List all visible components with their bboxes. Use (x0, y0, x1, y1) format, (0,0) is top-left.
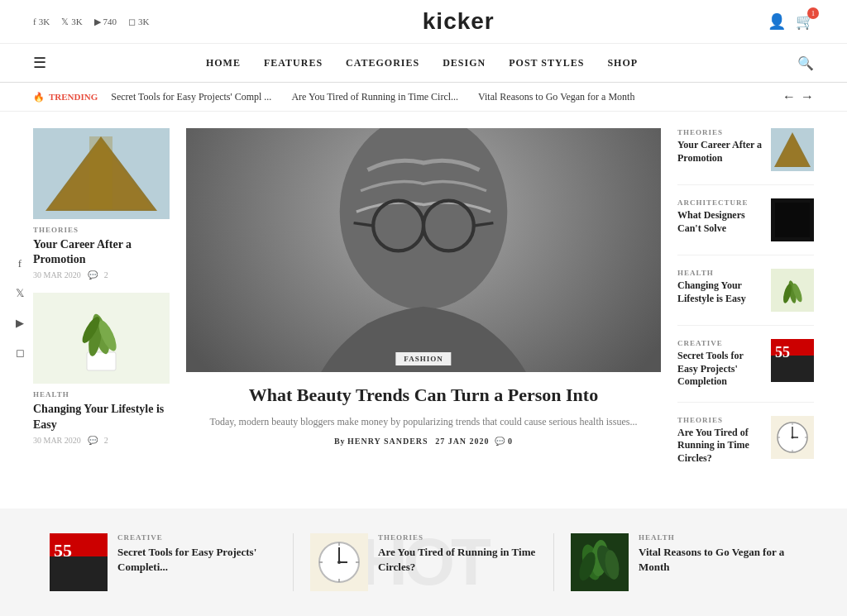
search-icon[interactable]: 🔍 (797, 55, 814, 71)
trending-prev[interactable]: ← (782, 89, 796, 104)
right-article-1: ARCHITECTURE What Designers Can't Solve (677, 198, 814, 255)
right-article-4-thumb[interactable] (771, 416, 814, 459)
left-article-1: HEALTH Changing Your Lifestyle is Easy 3… (33, 293, 170, 444)
nav-bar: ☰ HOME FEATURES CATEGORIES DESIGN POST S… (0, 44, 847, 83)
instagram-count-label: 3K (138, 17, 149, 26)
right-article-0: THEORIES Your Career After a Promotion (677, 128, 814, 185)
trending-label: 🔥 TRENDING (33, 92, 98, 103)
social-sidebar: f 𝕏 ▶ ◻ (10, 254, 30, 363)
feature-badge: FASHION (395, 352, 451, 365)
youtube-count-label: 740 (103, 17, 117, 26)
bottom-card-1-thumb[interactable] (310, 533, 368, 591)
author-name[interactable]: HENRY SANDERS (347, 437, 428, 446)
facebook-count[interactable]: f 3K (33, 17, 50, 26)
twitter-sidebar-icon[interactable]: 𝕏 (10, 284, 30, 303)
nav-home[interactable]: HOME (206, 57, 241, 69)
left-article-0-thumb[interactable] (33, 128, 170, 219)
bottom-card-0-cat: CREATIVE (117, 533, 276, 542)
top-bar: f 3K 𝕏 3K ▶ 740 ◻ 3K kicker 👤 🛒 1 (0, 0, 847, 44)
right-article-2: HEALTH Changing Your Lifestyle is Easy (677, 269, 814, 326)
right-article-3-thumb[interactable]: 55 (771, 339, 814, 382)
bottom-card-0-content: CREATIVE Secret Tools for Easy Projects'… (117, 533, 276, 575)
left-article-0-title[interactable]: Your Career After a Promotion (33, 237, 170, 267)
author-by: By (334, 437, 346, 446)
trending-nav: ← → (782, 89, 814, 104)
bottom-card-1-content: THEORIES Are You Tired of Running in Tim… (378, 533, 537, 575)
right-article-2-thumb[interactable] (771, 269, 814, 312)
nav-post-styles[interactable]: POST STYLES (509, 57, 584, 69)
left-article-1-title[interactable]: Changing Your Lifestyle is Easy (33, 402, 170, 432)
bottom-card-0-thumb[interactable]: 55 (50, 533, 108, 591)
right-article-4-content: THEORIES Are You Tired of Running in Tim… (677, 416, 764, 466)
site-title[interactable]: kicker (423, 8, 495, 35)
svg-rect-41 (50, 556, 108, 591)
bottom-card-0: 55 CREATIVE Secret Tools for Easy Projec… (33, 533, 293, 591)
trending-bar: 🔥 TRENDING Secret Tools for Easy Project… (0, 83, 847, 112)
left-column: THEORIES Your Career After a Promotion 3… (33, 128, 170, 492)
feature-image[interactable]: FASHION (186, 128, 661, 372)
right-article-1-title[interactable]: What Designers Can't Solve (677, 209, 764, 235)
youtube-count[interactable]: ▶ 740 (94, 17, 117, 27)
right-article-0-thumb[interactable] (771, 128, 814, 171)
nav-design[interactable]: DESIGN (443, 57, 486, 69)
bottom-card-1-title[interactable]: Are You Tired of Running in Time Circles… (378, 545, 537, 575)
right-article-0-content: THEORIES Your Career After a Promotion (677, 128, 764, 165)
right-article-1-thumb[interactable] (771, 198, 814, 241)
right-article-3-content: CREATIVE Secret Tools for Easy Projects'… (677, 339, 764, 389)
trending-next[interactable]: → (801, 89, 814, 104)
hamburger-menu[interactable]: ☰ (33, 54, 46, 72)
nav-categories[interactable]: CATEGORIES (346, 57, 419, 69)
bottom-card-2-thumb[interactable] (571, 533, 629, 591)
right-article-0-title[interactable]: Your Career After a Promotion (677, 139, 764, 165)
comment-icon-0: 💬 (88, 270, 98, 279)
right-article-4-title[interactable]: Are You Tired of Running in Time Circles… (677, 427, 764, 466)
bottom-card-1-cat: THEORIES (378, 533, 537, 542)
left-article-1-category: HEALTH (33, 390, 170, 399)
left-article-1-meta: 30 MAR 2020 💬 2 (33, 436, 170, 445)
bottom-card-2-title[interactable]: Vital Reasons to Go Vegan for a Month (639, 545, 797, 575)
right-article-1-content: ARCHITECTURE What Designers Can't Solve (677, 198, 764, 235)
center-column: FASHION What Beauty Trends Can Turn a Pe… (186, 128, 661, 492)
user-icon[interactable]: 👤 (768, 12, 786, 31)
trending-item-2[interactable]: Vital Reasons to Go Vegan for a Month (478, 91, 634, 103)
fire-icon: 🔥 (33, 92, 45, 103)
svg-text:55: 55 (54, 540, 72, 561)
cart-badge: 1 (807, 7, 819, 19)
right-article-2-title[interactable]: Changing Your Lifestyle is Easy (677, 279, 764, 305)
facebook-icon: f (33, 17, 36, 26)
nav-links: HOME FEATURES CATEGORIES DESIGN POST STY… (206, 57, 638, 69)
feature-excerpt: Today, modern beauty bloggers make money… (186, 414, 661, 430)
right-article-0-cat: THEORIES (677, 128, 764, 136)
right-article-2-cat: HEALTH (677, 269, 764, 277)
youtube-icon: ▶ (94, 17, 101, 27)
right-article-3-title[interactable]: Secret Tools for Easy Projects' Completi… (677, 350, 764, 389)
feature-title[interactable]: What Beauty Trends Can Turn a Person Int… (186, 384, 661, 408)
trending-item-1[interactable]: Are You Tired of Running in Time Circl..… (291, 91, 458, 103)
left-article-0-meta: 30 MAR 2020 💬 2 (33, 270, 170, 279)
main-content: THEORIES Your Career After a Promotion 3… (0, 112, 847, 509)
left-article-1-thumb[interactable] (33, 293, 170, 384)
comment-icon-1: 💬 (88, 436, 98, 445)
nav-features[interactable]: FEATURES (264, 57, 323, 69)
top-right-icons: 👤 🛒 1 (768, 12, 814, 31)
cart-icon-wrap[interactable]: 🛒 1 (796, 12, 814, 31)
nav-shop[interactable]: SHOP (607, 57, 638, 69)
twitter-icon: 𝕏 (61, 17, 69, 27)
facebook-count-label: 3K (39, 17, 50, 26)
left-article-1-comments: 2 (104, 436, 108, 445)
left-article-0-date: 30 MAR 2020 (33, 270, 81, 279)
bottom-card-1: THEORIES Are You Tired of Running in Tim… (293, 533, 553, 591)
bottom-card-0-title[interactable]: Secret Tools for Easy Projects' Completi… (117, 545, 276, 575)
instagram-count[interactable]: ◻ 3K (128, 17, 149, 27)
instagram-sidebar-icon[interactable]: ◻ (10, 343, 30, 363)
svg-rect-3 (89, 136, 112, 209)
bottom-section: HOT 55 CREATIVE Secret Tools for Easy Pr… (0, 509, 847, 616)
youtube-sidebar-icon[interactable]: ▶ (10, 313, 30, 333)
instagram-icon: ◻ (128, 17, 136, 27)
trending-item-0[interactable]: Secret Tools for Easy Projects' Compl ..… (111, 91, 271, 103)
feature-date-val: 27 JAN 2020 (435, 437, 489, 446)
right-article-3-cat: CREATIVE (677, 339, 764, 347)
twitter-count[interactable]: 𝕏 3K (61, 17, 82, 27)
facebook-sidebar-icon[interactable]: f (10, 254, 30, 274)
trending-text: TRENDING (49, 92, 98, 102)
